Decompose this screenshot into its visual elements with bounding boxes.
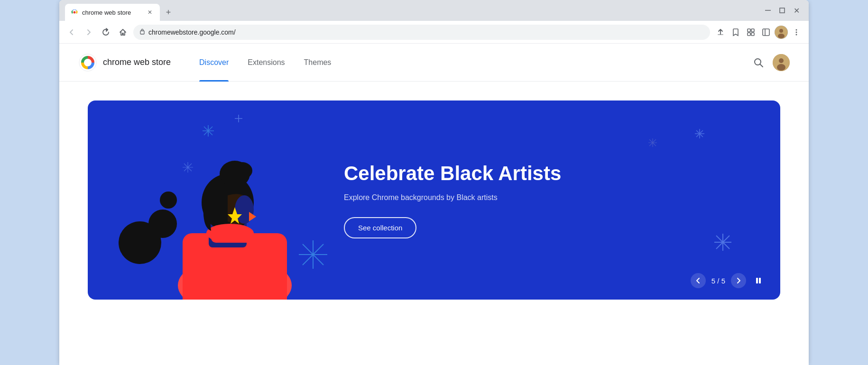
svg-point-23 — [777, 64, 785, 71]
profile-button[interactable] — [775, 26, 788, 39]
bookmark-button[interactable] — [729, 26, 742, 39]
maximize-button[interactable] — [776, 4, 789, 17]
omnibox[interactable]: chromewebstore.google.com/ — [133, 25, 710, 40]
svg-rect-3 — [140, 31, 144, 34]
svg-point-32 — [231, 162, 252, 179]
deco-cross-2 — [695, 129, 704, 138]
browser-window: chrome web store ✕ + ✕ — [59, 0, 809, 365]
svg-line-20 — [760, 64, 763, 67]
svg-rect-4 — [718, 34, 723, 35]
tab-title: chrome web store — [82, 9, 131, 16]
lock-icon — [139, 28, 146, 36]
cws-logo-icon — [78, 53, 97, 72]
carousel-prev-button[interactable] — [691, 273, 706, 288]
back-button[interactable] — [65, 26, 78, 39]
svg-rect-39 — [759, 278, 761, 283]
address-bar: chromewebstore.google.com/ — [59, 21, 809, 44]
nav-right-actions — [750, 54, 790, 71]
minimize-button[interactable] — [761, 4, 775, 17]
forward-button[interactable] — [82, 26, 95, 39]
store-logo[interactable]: chrome web store — [78, 53, 171, 72]
carousel-counter: 5 / 5 — [711, 277, 725, 285]
svg-point-18 — [85, 60, 91, 65]
store-navigation: chrome web store Discover Extensions The… — [59, 44, 809, 82]
user-avatar[interactable] — [773, 54, 790, 71]
refresh-button[interactable] — [99, 26, 112, 39]
tab-close-button[interactable]: ✕ — [146, 8, 154, 17]
svg-rect-2 — [780, 8, 785, 13]
svg-point-25 — [148, 210, 177, 238]
hero-container: Celebrate Black Artists Explore Chrome b… — [59, 82, 809, 319]
hero-subtitle: Explore Chrome backgrounds by Black arti… — [344, 193, 752, 202]
svg-point-15 — [796, 31, 797, 33]
svg-rect-6 — [751, 29, 754, 32]
see-collection-button[interactable]: See collection — [344, 217, 416, 238]
search-button[interactable] — [750, 54, 767, 71]
hero-illustration — [88, 100, 315, 300]
svg-point-13 — [778, 34, 785, 38]
hero-banner: Celebrate Black Artists Explore Chrome b… — [88, 100, 780, 300]
svg-rect-9 — [763, 29, 769, 36]
svg-rect-37 — [211, 228, 251, 243]
close-button[interactable]: ✕ — [790, 4, 803, 17]
address-bar-actions — [714, 26, 803, 39]
tab-favicon — [71, 9, 78, 16]
sidebar-button[interactable] — [759, 26, 773, 39]
svg-point-22 — [779, 58, 784, 63]
carousel-next-button[interactable] — [731, 273, 746, 288]
carousel-pause-button[interactable] — [752, 274, 765, 287]
svg-point-12 — [779, 29, 783, 33]
extensions-button[interactable] — [744, 26, 757, 39]
svg-rect-7 — [748, 33, 750, 36]
svg-point-26 — [160, 192, 177, 209]
new-tab-button[interactable]: + — [162, 6, 175, 19]
menu-button[interactable] — [790, 26, 803, 39]
store-name-label: chrome web store — [103, 57, 171, 67]
active-tab[interactable]: chrome web store ✕ — [65, 4, 160, 21]
svg-rect-8 — [751, 33, 754, 36]
window-controls: ✕ — [761, 4, 803, 21]
nav-extensions[interactable]: Extensions — [238, 44, 294, 82]
nav-themes[interactable]: Themes — [295, 44, 341, 82]
svg-rect-5 — [748, 29, 750, 32]
svg-point-16 — [796, 34, 797, 35]
svg-point-14 — [796, 29, 797, 30]
url-display: chromewebstore.google.com/ — [148, 28, 236, 36]
hero-text-area: Celebrate Black Artists Explore Chrome b… — [315, 162, 780, 238]
illustration-svg — [88, 100, 315, 300]
deco-cross-3 — [648, 138, 657, 147]
svg-rect-38 — [756, 278, 758, 283]
tab-strip: chrome web store ✕ + — [65, 4, 761, 21]
nav-discover[interactable]: Discover — [190, 44, 238, 82]
store-nav-links: Discover Extensions Themes — [190, 44, 750, 82]
page-content: chrome web store Discover Extensions The… — [59, 44, 809, 365]
title-bar: chrome web store ✕ + ✕ — [59, 0, 809, 21]
svg-rect-1 — [765, 10, 771, 11]
carousel-controls: 5 / 5 — [691, 273, 765, 288]
home-button[interactable] — [116, 26, 129, 39]
svg-point-0 — [74, 11, 76, 14]
share-button[interactable] — [714, 26, 727, 39]
hero-title: Celebrate Black Artists — [344, 162, 752, 185]
